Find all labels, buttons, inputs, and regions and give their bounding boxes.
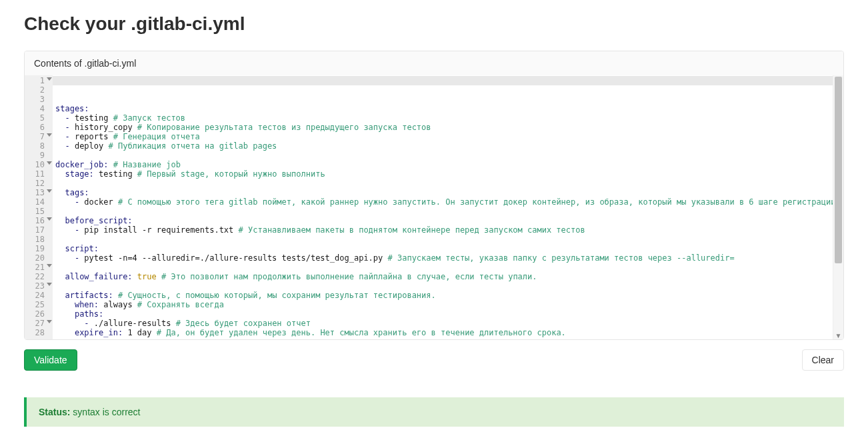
code-line[interactable]: before_script: xyxy=(55,216,833,225)
gutter-line: 10 xyxy=(25,160,53,169)
fold-icon[interactable] xyxy=(47,320,52,323)
lint-panel: Contents of .gitlab-ci.yml 1234567891011… xyxy=(24,51,844,340)
fold-icon[interactable] xyxy=(47,217,52,221)
fold-icon[interactable] xyxy=(47,133,52,137)
fold-icon[interactable] xyxy=(47,161,52,165)
clear-button[interactable]: Clear xyxy=(802,349,844,371)
code-line[interactable] xyxy=(55,263,833,272)
gutter-line: 23 xyxy=(25,281,53,291)
gutter-line: 8 xyxy=(25,141,53,151)
code-line[interactable]: - testing # Запуск тестов xyxy=(55,113,833,123)
actions-row: Validate Clear xyxy=(24,349,844,371)
code-editor[interactable]: 1234567891011121314151617181920212223242… xyxy=(25,75,843,339)
gutter-line: 27 xyxy=(25,319,53,328)
validate-button[interactable]: Validate xyxy=(24,349,77,371)
code-line[interactable]: script: xyxy=(55,244,833,253)
code-line[interactable]: - history_copy # Копирование результата … xyxy=(55,123,833,132)
gutter-line: 9 xyxy=(25,151,53,160)
scroll-down-icon[interactable]: ▼ xyxy=(833,332,843,339)
gutter-line: 24 xyxy=(25,291,53,300)
code-line[interactable]: allow_failure: true # Это позволит нам п… xyxy=(55,272,833,281)
gutter-line: 25 xyxy=(25,300,53,309)
gutter-line: 20 xyxy=(25,253,53,263)
gutter-line: 2 xyxy=(25,85,53,95)
gutter-line: 7 xyxy=(25,132,53,141)
gutter-line: 12 xyxy=(25,179,53,188)
code-line[interactable]: - reports # Генерация отчета xyxy=(55,132,833,141)
code-area[interactable]: stages: - testing # Запуск тестов - hist… xyxy=(53,75,833,339)
status-text: syntax is correct xyxy=(73,407,140,417)
code-line[interactable] xyxy=(55,235,833,244)
gutter-line: 22 xyxy=(25,272,53,281)
code-line[interactable] xyxy=(55,281,833,291)
gutter-line: 26 xyxy=(25,309,53,319)
code-line[interactable]: artifacts: # Сущность, с помощью который… xyxy=(55,291,833,300)
gutter-line: 14 xyxy=(25,197,53,207)
gutter-line: 19 xyxy=(25,244,53,253)
gutter-line: 15 xyxy=(25,207,53,216)
code-line[interactable] xyxy=(55,337,833,339)
gutter-line: 21 xyxy=(25,263,53,272)
status-label: Status: xyxy=(39,407,70,417)
gutter-line: 5 xyxy=(25,113,53,123)
gutter-line: 17 xyxy=(25,225,53,235)
scroll-thumb[interactable] xyxy=(835,77,842,263)
gutter-line: 1 xyxy=(25,76,53,85)
code-line[interactable]: - deploy # Публикация отчета на gitlab p… xyxy=(55,141,833,151)
code-line[interactable]: expire_in: 1 day # Да, он будет удален ч… xyxy=(55,328,833,337)
gutter-line: 16 xyxy=(25,216,53,225)
code-line[interactable]: - pytest -n=4 --alluredir=./allure-resul… xyxy=(55,253,833,263)
code-line[interactable]: - pip install -r requirements.txt # Уста… xyxy=(55,225,833,235)
status-banner: Status: syntax is correct xyxy=(24,397,844,427)
gutter-line: 3 xyxy=(25,95,53,104)
gutter-line: 18 xyxy=(25,235,53,244)
code-line[interactable]: stages: xyxy=(55,104,833,113)
code-line[interactable]: when: always # Сохранять всегда xyxy=(55,300,833,309)
code-line[interactable] xyxy=(55,207,833,216)
code-line[interactable] xyxy=(55,151,833,160)
code-line[interactable] xyxy=(55,179,833,188)
code-line[interactable]: - ./allure-results # Здесь будет сохране… xyxy=(55,319,833,328)
fold-icon[interactable] xyxy=(47,264,52,267)
page-title: Check your .gitlab-ci.yml xyxy=(24,13,844,35)
code-line[interactable]: paths: xyxy=(55,309,833,319)
fold-icon[interactable] xyxy=(47,77,52,81)
panel-header: Contents of .gitlab-ci.yml xyxy=(25,51,843,75)
code-line[interactable]: docker_job: # Название job xyxy=(55,160,833,169)
gutter-line: 13 xyxy=(25,188,53,197)
code-line[interactable]: stage: testing # Первый stage, который н… xyxy=(55,169,833,179)
gutter-line: 11 xyxy=(25,169,53,179)
vertical-scrollbar[interactable]: ▲ ▼ xyxy=(833,75,843,339)
code-line[interactable]: - docker # С помощью этого тега gitlab п… xyxy=(55,197,833,207)
line-gutter: 1234567891011121314151617181920212223242… xyxy=(25,75,53,339)
gutter-line: 4 xyxy=(25,104,53,113)
active-line-highlight xyxy=(53,76,833,85)
gutter-line: 6 xyxy=(25,123,53,132)
fold-icon[interactable] xyxy=(47,189,52,193)
code-line[interactable]: tags: xyxy=(55,188,833,197)
gutter-line: 28 xyxy=(25,328,53,337)
fold-icon[interactable] xyxy=(47,283,52,286)
